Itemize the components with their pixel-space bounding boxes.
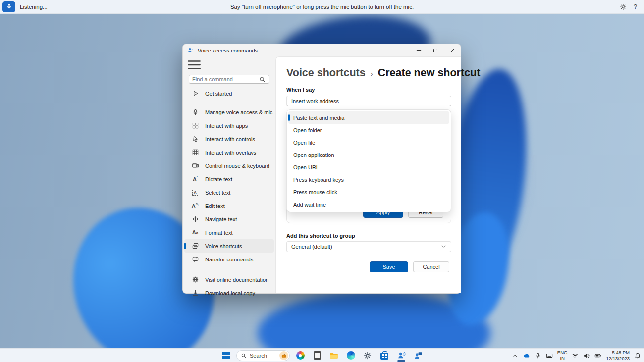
dropdown-option-open-url[interactable]: Open URL bbox=[288, 161, 449, 173]
sidebar-item-interact-with-apps[interactable]: Interact with apps bbox=[184, 119, 274, 132]
sidebar-item-navigate-text[interactable]: Navigate text bbox=[184, 212, 274, 226]
start-button[interactable] bbox=[219, 350, 232, 362]
sidebar-item-label: Interact with apps bbox=[205, 123, 248, 129]
edge-icon bbox=[347, 351, 355, 360]
sidebar-item-narrator-commands[interactable]: Narrator commands bbox=[184, 253, 274, 266]
dropdown-option-open-folder[interactable]: Open folder bbox=[288, 124, 449, 136]
commands-sidebar: Get started Manage voice access & mic In… bbox=[183, 56, 275, 293]
dropdown-option-press-keyboard-keys[interactable]: Press keyboard keys bbox=[288, 173, 449, 186]
sidebar-item-voice-shortcuts[interactable]: Voice shortcuts bbox=[184, 239, 274, 253]
photos-icon bbox=[296, 351, 305, 360]
sidebar-item-label: Dictate text bbox=[205, 176, 232, 182]
navigate-text-icon bbox=[191, 215, 199, 223]
sidebar-item-select-text[interactable]: A Select text bbox=[184, 186, 274, 199]
volume-icon[interactable] bbox=[583, 352, 590, 359]
sidebar-item-online-documentation[interactable]: Visit online documentation bbox=[184, 273, 274, 286]
voice-hint-text: Say "turn off microphone" or long press … bbox=[0, 4, 644, 10]
taskbar-app-settings[interactable] bbox=[361, 350, 374, 362]
taskbar: Search bbox=[0, 348, 644, 362]
sidebar-item-dictate-text[interactable]: Aʼ Dictate text bbox=[184, 172, 274, 186]
taskbar-app-notepad[interactable] bbox=[311, 350, 323, 362]
dropdown-option-paste-text-and-media[interactable]: Paste text and media bbox=[288, 111, 449, 124]
sidebar-item-manage-voice-access[interactable]: Manage voice access & mic bbox=[184, 105, 274, 119]
sidebar-item-get-started[interactable]: Get started bbox=[184, 87, 274, 100]
find-command-searchbox[interactable] bbox=[189, 75, 269, 84]
voice-settings-gear-icon[interactable] bbox=[620, 3, 627, 10]
group-combobox[interactable]: General (default) bbox=[286, 241, 451, 252]
sidebar-item-label: Navigate text bbox=[205, 216, 237, 222]
tray-microphone-icon[interactable] bbox=[535, 352, 541, 359]
sidebar-item-control-mouse-keyboard[interactable]: Control mouse & keyboard bbox=[184, 159, 274, 172]
dropdown-option-press-mouse-click[interactable]: Press mouse click bbox=[288, 186, 449, 198]
help-icon[interactable]: ? bbox=[634, 3, 637, 10]
chat-person-icon bbox=[414, 351, 423, 360]
voice-access-icon bbox=[397, 351, 406, 360]
minimize-button[interactable] bbox=[410, 44, 427, 56]
sidebar-item-label: Select text bbox=[205, 190, 230, 196]
dictate-text-icon: Aʼ bbox=[191, 175, 199, 183]
notification-bell-icon[interactable] bbox=[634, 352, 641, 359]
microphone-button[interactable] bbox=[2, 1, 15, 12]
breadcrumb-voice-shortcuts[interactable]: Voice shortcuts bbox=[286, 67, 366, 79]
window-titlebar[interactable]: Voice access commands bbox=[183, 44, 461, 56]
sidebar-item-edit-text[interactable]: A✎ Edit text bbox=[184, 199, 274, 212]
clock[interactable]: 5:48 PM 12/13/2023 bbox=[606, 350, 630, 362]
wifi-icon[interactable] bbox=[572, 352, 579, 359]
breadcrumb: Voice shortcuts › Create new shortcut bbox=[286, 67, 480, 79]
format-text-icon: Aa bbox=[191, 229, 199, 237]
taskbar-app-voice-access[interactable] bbox=[395, 350, 408, 362]
sidebar-item-format-text[interactable]: Aa Format text bbox=[184, 226, 274, 239]
sidebar-item-interact-with-overlays[interactable]: Interact with overlays bbox=[184, 146, 274, 159]
taskbar-app-chat[interactable] bbox=[412, 350, 425, 362]
find-command-input[interactable] bbox=[192, 76, 258, 82]
action-type-dropdown: Paste text and media Open folder Open fi… bbox=[286, 109, 451, 212]
navigation-menu-button[interactable] bbox=[186, 59, 203, 71]
sidebar-item-label: Visit online documentation bbox=[205, 277, 268, 283]
language-indicator[interactable]: ENG IN bbox=[557, 350, 568, 361]
close-button[interactable] bbox=[444, 44, 461, 56]
taskbar-app-photos[interactable] bbox=[294, 350, 307, 362]
cursor-icon bbox=[191, 135, 199, 143]
cancel-button[interactable]: Cancel bbox=[413, 261, 449, 272]
sidebar-spacer bbox=[183, 266, 275, 273]
taskbar-app-file-explorer[interactable] bbox=[327, 350, 340, 362]
edit-text-icon: A✎ bbox=[191, 202, 199, 210]
overlay-grid-icon bbox=[191, 149, 199, 156]
when-i-say-label: When I say bbox=[286, 87, 315, 93]
date: 12/13/2023 bbox=[606, 356, 630, 362]
touch-keyboard-icon[interactable] bbox=[546, 352, 553, 359]
sidebar-item-label: Get started bbox=[205, 91, 232, 97]
save-button[interactable]: Save bbox=[370, 261, 408, 272]
maximize-button[interactable] bbox=[427, 44, 444, 56]
show-hidden-icons-chevron[interactable] bbox=[512, 352, 519, 359]
page-title: Create new shortcut bbox=[378, 67, 481, 79]
battery-icon[interactable] bbox=[594, 352, 601, 359]
onedrive-cloud-icon[interactable] bbox=[523, 352, 530, 359]
group-label: Add this shortcut to group bbox=[286, 233, 355, 239]
shortcut-phrase-input[interactable] bbox=[286, 96, 451, 106]
narrator-speech-icon bbox=[191, 256, 199, 263]
listening-status: Listening... bbox=[20, 4, 48, 10]
sidebar-item-label: Edit text bbox=[205, 203, 225, 209]
microphone-icon bbox=[191, 108, 199, 116]
sidebar-item-interact-with-controls[interactable]: Interact with controls bbox=[184, 132, 274, 146]
group-combobox-value: General (default) bbox=[291, 244, 332, 250]
voice-shortcuts-icon bbox=[191, 242, 199, 250]
dropdown-option-open-file[interactable]: Open file bbox=[288, 136, 449, 149]
search-highlight-icon bbox=[279, 351, 288, 360]
sidebar-item-download-local-copy[interactable]: Download local copy bbox=[184, 286, 274, 300]
taskbar-app-store[interactable] bbox=[378, 350, 391, 362]
dropdown-option-open-application[interactable]: Open application bbox=[288, 149, 449, 161]
search-icon bbox=[241, 353, 247, 359]
search-icon bbox=[258, 75, 266, 83]
mouse-keyboard-icon bbox=[191, 162, 199, 170]
voice-access-bar: Listening... Say "turn off microphone" o… bbox=[0, 0, 644, 14]
store-icon bbox=[380, 353, 388, 360]
taskbar-search-box[interactable]: Search bbox=[236, 350, 290, 361]
taskbar-app-edge[interactable] bbox=[344, 350, 357, 362]
search-label: Search bbox=[250, 353, 276, 359]
sidebar-item-label: Narrator commands bbox=[205, 257, 253, 262]
sidebar-item-label: Voice shortcuts bbox=[205, 243, 242, 249]
sidebar-item-label: Download local copy bbox=[205, 290, 255, 296]
dropdown-option-add-wait-time[interactable]: Add wait time bbox=[288, 198, 449, 210]
